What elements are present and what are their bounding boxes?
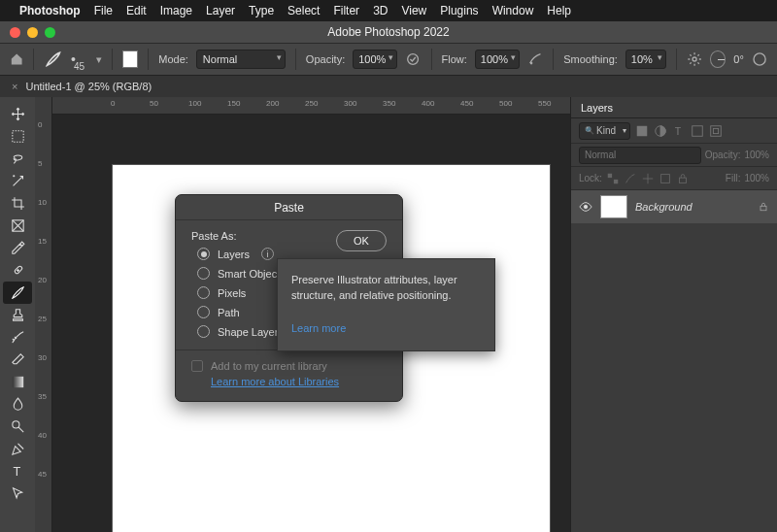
marquee-tool[interactable] [3, 125, 32, 148]
menu-edit[interactable]: Edit [126, 4, 147, 17]
document-tab[interactable]: × Untitled-1 @ 25% (RGB/8) [0, 76, 163, 97]
gradient-tool[interactable] [3, 371, 32, 393]
svg-point-20 [584, 205, 588, 209]
zoom-window-button[interactable] [45, 27, 55, 38]
layer-opacity-label: Opacity: [705, 150, 741, 160]
lasso-tool[interactable] [3, 148, 32, 170]
svg-rect-7 [12, 377, 22, 387]
document-tab-bar: × Untitled-1 @ 25% (RGB/8) [0, 76, 777, 97]
menu-3d[interactable]: 3D [373, 4, 388, 17]
menu-layer[interactable]: Layer [206, 4, 235, 17]
menu-type[interactable]: Type [249, 4, 274, 17]
angle-value[interactable]: 0° [733, 53, 744, 65]
svg-rect-18 [661, 174, 670, 183]
filter-shape-icon[interactable] [691, 124, 704, 138]
macos-menubar: Photoshop File Edit Image Layer Type Sel… [0, 0, 777, 21]
menu-file[interactable]: File [94, 4, 113, 17]
radio-icon [197, 325, 210, 338]
blur-tool[interactable] [3, 393, 32, 416]
ok-button[interactable]: OK [336, 230, 387, 251]
airbrush-icon[interactable] [527, 50, 543, 68]
menu-plugins[interactable]: Plugins [440, 4, 478, 17]
type-tool[interactable]: T [3, 460, 32, 482]
tooltip-text: Preserve Illustrator attributes, layer s… [291, 273, 481, 304]
mode-select[interactable]: Normal [196, 50, 286, 69]
layer-row-background[interactable]: Background [571, 190, 777, 223]
lock-all-icon[interactable] [676, 172, 690, 185]
brush-tool-icon[interactable] [44, 49, 63, 70]
pressure-size-icon[interactable] [752, 50, 767, 68]
minimize-window-button[interactable] [27, 27, 38, 38]
opacity-value[interactable]: 100% [353, 50, 397, 69]
gear-icon[interactable] [687, 50, 702, 68]
svg-point-2 [693, 57, 696, 61]
menu-image[interactable]: Image [160, 4, 192, 17]
close-tab-icon[interactable]: × [12, 81, 17, 92]
radio-icon [197, 286, 210, 299]
layer-opacity-value[interactable]: 100% [744, 150, 769, 160]
flow-value[interactable]: 100% [475, 50, 520, 69]
path-select-tool[interactable] [3, 482, 32, 505]
radio-icon [197, 267, 210, 280]
brush-preset-swatch[interactable] [122, 50, 138, 68]
layer-name[interactable]: Background [635, 201, 750, 213]
brush-size[interactable]: 45 [74, 61, 84, 72]
layer-filter-kind[interactable]: Kind [579, 122, 630, 140]
lock-label: Lock: [579, 173, 602, 183]
heal-tool[interactable] [3, 259, 32, 282]
checkbox-icon [191, 360, 203, 372]
pressure-opacity-icon[interactable] [405, 50, 421, 68]
smoothing-value[interactable]: 10% [625, 50, 666, 69]
menu-help[interactable]: Help [547, 4, 571, 17]
frame-tool[interactable] [3, 215, 32, 237]
tooltip-learn-link[interactable]: Learn more [291, 321, 481, 337]
home-icon[interactable] [10, 51, 23, 67]
svg-rect-13 [693, 125, 703, 136]
smoothing-label: Smoothing: [563, 53, 618, 65]
filter-type-icon[interactable]: T [672, 124, 686, 138]
menu-window[interactable]: Window [492, 4, 534, 17]
eraser-tool[interactable] [3, 349, 32, 371]
brush-angle-dial[interactable] [710, 50, 726, 68]
layers-panel: Layers Kind T Normal Opacity: 100% Lock:… [570, 97, 777, 532]
svg-rect-10 [637, 125, 648, 136]
layer-thumbnail[interactable] [600, 195, 627, 218]
lock-artboard-icon[interactable] [659, 172, 672, 185]
menu-filter[interactable]: Filter [333, 4, 359, 17]
history-brush-tool[interactable] [3, 326, 32, 349]
lock-icon[interactable] [758, 201, 769, 213]
filter-adjustment-icon[interactable] [654, 124, 667, 138]
brush-tool[interactable] [3, 282, 32, 304]
wand-tool[interactable] [3, 170, 32, 192]
crop-tool[interactable] [3, 192, 32, 215]
move-tool[interactable] [3, 103, 32, 125]
lock-transparency-icon[interactable] [606, 172, 620, 185]
filter-smart-icon[interactable] [709, 124, 723, 138]
app-menu[interactable]: Photoshop [19, 4, 81, 17]
pen-tool[interactable] [3, 438, 32, 460]
flow-label: Flow: [442, 53, 467, 65]
close-window-button[interactable] [10, 27, 20, 38]
blend-mode-select[interactable]: Normal [579, 147, 701, 164]
menu-select[interactable]: Select [287, 4, 320, 17]
fill-value[interactable]: 100% [744, 173, 769, 183]
radio-icon [197, 306, 210, 318]
visibility-icon[interactable] [579, 200, 592, 214]
eyedropper-tool[interactable] [3, 237, 32, 259]
layers-tab[interactable]: Layers [571, 97, 777, 118]
filter-pixel-icon[interactable] [635, 124, 649, 138]
menu-view[interactable]: View [401, 4, 426, 17]
svg-text:T: T [13, 464, 20, 479]
svg-rect-21 [760, 206, 766, 211]
info-icon[interactable]: i [261, 248, 274, 260]
svg-rect-14 [711, 125, 722, 136]
lock-pixels-icon[interactable] [624, 172, 637, 185]
libraries-learn-link[interactable]: Learn more about Libraries [211, 376, 387, 387]
vertical-ruler[interactable]: 051015202530354045 [35, 97, 52, 532]
tools-panel: T [0, 97, 35, 532]
dodge-tool[interactable] [3, 416, 32, 438]
stamp-tool[interactable] [3, 304, 32, 326]
horizontal-ruler[interactable]: 050100150200250300350400450500550 [52, 97, 570, 115]
add-to-library-checkbox[interactable]: Add to my current library [191, 360, 387, 372]
lock-position-icon[interactable] [641, 172, 655, 185]
